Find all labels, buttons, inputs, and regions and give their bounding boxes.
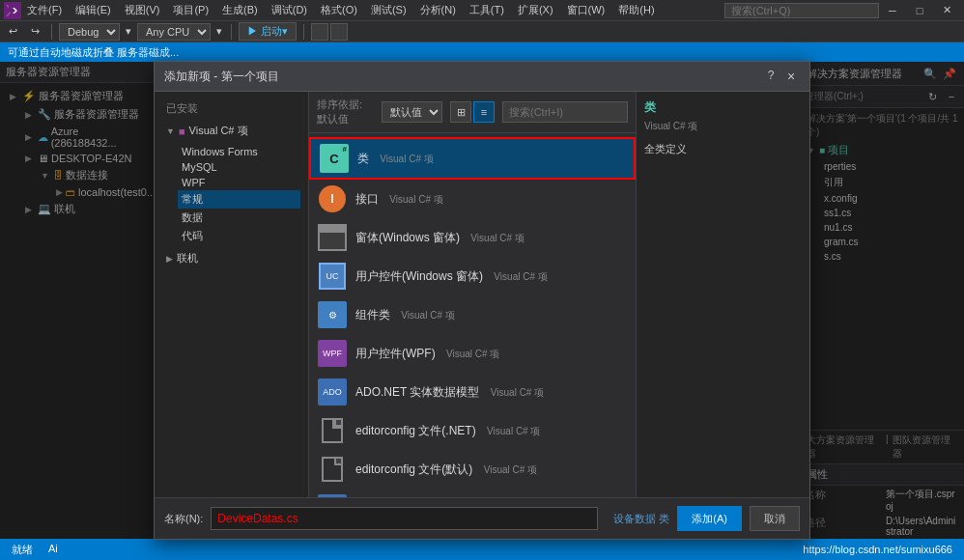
template-selected-tag: Visual C# 项 [644, 120, 802, 133]
dialog-close-btn[interactable]: × [782, 68, 800, 85]
editorconfig-def-icon-shape [322, 457, 343, 482]
ready-status: 就绪 [8, 543, 37, 557]
menu-edit[interactable]: 编辑(E) [70, 1, 117, 19]
add-button[interactable]: 添加(A) [677, 506, 742, 531]
template-userctrl-win[interactable]: UC 用户控件(Windows 窗体) Visual C# 项 [309, 257, 636, 295]
template-tag-component: Visual C# 项 [401, 310, 454, 321]
template-editorconfig-def[interactable]: editorconfig 文件(默认) Visual C# 项 [309, 450, 636, 489]
cat-visual-csharp[interactable]: ▼ ■ Visual C# 项 [162, 122, 300, 140]
url-status[interactable]: https://blog.csdn.net/sumixu666 [799, 544, 956, 555]
menu-bar: 文件(F) 编辑(E) 视图(V) 项目(P) 生成(B) 调试(D) 格式(O… [21, 1, 724, 19]
menu-file[interactable]: 文件(F) [21, 1, 68, 19]
toolbar-icon-btn2[interactable] [330, 23, 348, 41]
menu-project[interactable]: 项目(P) [167, 1, 214, 19]
run-button[interactable]: ▶ 启动▾ [239, 22, 297, 41]
view-buttons: ⊞ ≡ [450, 101, 495, 123]
maximize-button[interactable]: □ [906, 2, 933, 19]
cat-data[interactable]: 数据 [178, 209, 300, 227]
sort-label: 排序依据: 默认值 [317, 98, 374, 126]
cat-label-csharp: Visual C# 项 [189, 124, 248, 138]
template-adonet[interactable]: ADO ADO.NET 实体数据模型 Visual C# 项 [309, 373, 636, 411]
filename-input[interactable] [211, 507, 598, 530]
platform-select[interactable]: Any CPU [137, 23, 211, 41]
dialog-body: 已安装 ▼ ■ Visual C# 项 Windows Forms MySQL [155, 92, 809, 497]
cat-mysql[interactable]: MySQL [178, 159, 300, 175]
template-icon-class: C # [319, 143, 350, 174]
template-userctrl-wpf[interactable]: WPF 用户控件(WPF) Visual C# 项 [309, 334, 636, 373]
cat-icon-csharp: ■ [179, 126, 185, 137]
template-icon-interface: I [317, 183, 348, 214]
class-icon-shape: C # [320, 144, 349, 173]
cat-online[interactable]: ▶ 联机 [162, 249, 300, 267]
menu-format[interactable]: 格式(O) [315, 1, 363, 19]
status-bar: 就绪 Ai https://blog.csdn.net/sumixu666 [0, 539, 964, 560]
cat-code[interactable]: 代码 [178, 227, 300, 245]
template-info-class: 类 Visual C# 项 [357, 151, 626, 167]
userctrl-win-icon-shape: UC [319, 263, 346, 290]
template-tag-userctrl-win: Visual C# 项 [494, 271, 547, 282]
cat-label-data: 数据 [182, 210, 203, 225]
template-winform[interactable]: 窗体(Windows 窗体) Visual C# 项 [309, 218, 636, 257]
template-toolbar: 排序依据: 默认值 默认值 名称 类型 ⊞ ≡ [309, 92, 636, 133]
grid-view-btn[interactable]: ⊞ [450, 101, 471, 123]
template-tag-adonet: Visual C# 项 [491, 387, 544, 398]
cat-wpf[interactable]: WPF [178, 175, 300, 190]
template-ef5[interactable]: EF5 EF 5.x DbContext 生成器 Visual C# 项 [309, 489, 636, 497]
dialog-description-panel: 类 Visual C# 项 全类定义 [636, 92, 809, 497]
template-name-userctrl-win: 用户控件(Windows 窗体) [355, 269, 483, 283]
template-name-adonet: ADO.NET 实体数据模型 [355, 385, 479, 399]
sort-select[interactable]: 默认值 名称 类型 [382, 101, 442, 123]
editorconfig-net-icon-shape [322, 418, 343, 443]
cat-arrow-online: ▶ [166, 254, 173, 264]
wpf-icon-shape: WPF [318, 340, 347, 367]
toolbar-undo[interactable]: ↩ [4, 24, 22, 39]
menu-test[interactable]: 测试(S) [365, 1, 412, 19]
list-view-btn[interactable]: ≡ [473, 101, 495, 123]
close-button[interactable]: ✕ [933, 2, 960, 19]
dialog-titlebar: 添加新项 - 第一个项目 ? × [155, 62, 809, 92]
menu-view[interactable]: 视图(V) [119, 1, 166, 19]
cat-label-winforms: Windows Forms [182, 146, 258, 157]
template-interface[interactable]: I 接口 Visual C# 项 [309, 180, 636, 218]
toolbar-icon-btn1[interactable] [311, 23, 328, 41]
toolbar-redo[interactable]: ↪ [26, 24, 44, 39]
menu-help[interactable]: 帮助(H) [612, 1, 660, 19]
status-left: 就绪 Ai [8, 543, 62, 557]
menu-ext[interactable]: 扩展(X) [512, 1, 559, 19]
menu-tools[interactable]: 工具(T) [464, 1, 510, 19]
template-icon-component: ⚙ [317, 299, 348, 330]
menu-build[interactable]: 生成(B) [216, 1, 264, 19]
template-search-input[interactable] [502, 101, 628, 123]
winform-icon-shape [318, 224, 347, 251]
template-tag-userctrl-wpf: Visual C# 项 [446, 349, 499, 359]
cat-label-code: 代码 [182, 229, 203, 243]
dialog-help-btn[interactable]: ? [763, 68, 779, 83]
template-list: C # 类 Visual C# 项 [309, 133, 636, 497]
title-bar-left [4, 2, 21, 19]
minimize-button[interactable]: ─ [879, 2, 906, 19]
template-name-editorconfig-net: editorconfig 文件(.NET) [355, 424, 476, 437]
info-bar: 可通过自动地磁成折叠 服务器磁成... [0, 42, 964, 62]
cancel-button[interactable]: 取消 [750, 506, 800, 531]
toolbar-sep2 [231, 24, 232, 40]
cat-general[interactable]: 常规 [178, 190, 300, 209]
template-icon-adonet: ADO [317, 377, 348, 407]
svg-marker-1 [9, 5, 19, 16]
template-name-class: 类 [357, 152, 369, 165]
template-component[interactable]: ⚙ 组件类 Visual C# 项 [309, 295, 636, 334]
filename-hint: 设备数据 类 [613, 512, 669, 526]
template-icon-winform [317, 222, 348, 253]
cat-winforms[interactable]: Windows Forms [178, 144, 300, 159]
template-info-interface: 接口 Visual C# 项 [355, 191, 628, 208]
template-info-userctrl-wpf: 用户控件(WPF) Visual C# 项 [355, 346, 628, 362]
menu-analyze[interactable]: 分析(N) [414, 1, 462, 19]
template-editorconfig-net[interactable]: editorconfig 文件(.NET) Visual C# 项 [309, 411, 636, 450]
debug-config-select[interactable]: Debug [59, 23, 120, 41]
title-search-input[interactable] [724, 3, 879, 18]
adonet-icon-shape: ADO [318, 378, 347, 406]
menu-window[interactable]: 窗口(W) [561, 1, 611, 19]
menu-debug[interactable]: 调试(D) [266, 1, 313, 19]
cat-arrow-csharp: ▼ [166, 126, 175, 136]
template-class[interactable]: C # 类 Visual C# 项 [309, 137, 636, 180]
name-field-label: 名称(N): [164, 512, 203, 526]
